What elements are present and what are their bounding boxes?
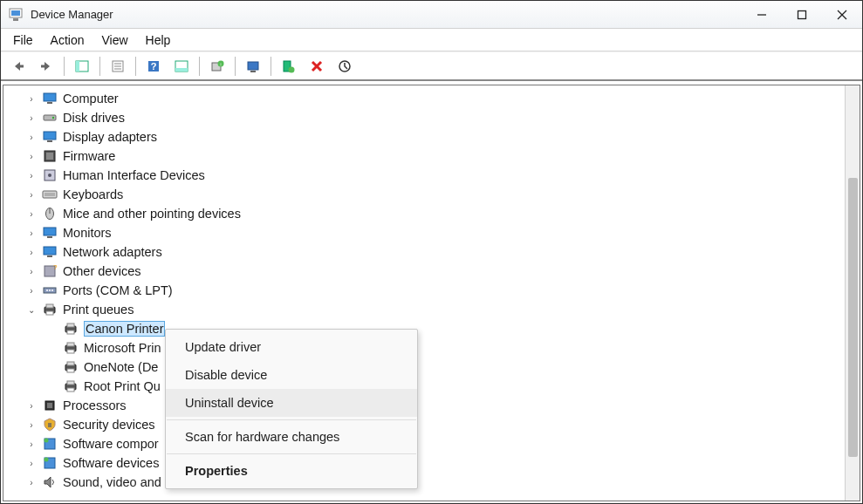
device-tree[interactable]: ›Computer›Disk drives›Display adapters›F… (3, 85, 845, 501)
svg-rect-7 (19, 65, 24, 67)
back-button[interactable] (8, 56, 29, 77)
cpu-icon (42, 398, 58, 413)
svg-rect-70 (47, 403, 52, 408)
svg-rect-68 (67, 388, 74, 392)
chevron-right-icon[interactable]: › (26, 285, 37, 296)
chip-icon (42, 148, 58, 164)
chevron-right-icon[interactable]: › (26, 189, 37, 200)
printer-icon (63, 321, 79, 337)
chevron-right-icon[interactable]: › (26, 170, 37, 180)
chevron-right-icon[interactable]: › (26, 477, 37, 487)
tree-label: Display adapters (63, 130, 157, 144)
tree-category[interactable]: ›Sound, video and game controllers (3, 473, 845, 492)
disable-button[interactable] (334, 56, 355, 77)
tree-category[interactable]: ›?Other devices (3, 262, 845, 281)
tree-label: Ports (COM & LPT) (63, 283, 173, 297)
chevron-right-icon[interactable]: › (26, 228, 37, 238)
tree-category[interactable]: ›Computer (3, 89, 845, 108)
tree-label: Disk drives (63, 111, 125, 125)
chevron-right-icon[interactable]: › (26, 151, 37, 161)
tree-category[interactable]: ⌄Print queues (3, 300, 845, 319)
monitor-icon (42, 129, 58, 145)
chevron-right-icon[interactable]: › (26, 419, 37, 430)
svg-rect-44 (44, 228, 56, 235)
tree-category[interactable]: ›Network adapters (3, 242, 845, 262)
software-icon (42, 455, 58, 471)
add-legacy-button[interactable] (278, 56, 299, 77)
maximize-button[interactable] (782, 1, 822, 29)
menu-file[interactable]: File (4, 31, 42, 49)
chevron-right-icon[interactable]: › (26, 112, 37, 123)
svg-rect-47 (47, 255, 52, 257)
refresh-view-button[interactable] (171, 56, 192, 77)
tree-category[interactable]: ›Keyboards (3, 185, 845, 204)
printer-icon (42, 302, 58, 317)
close-button[interactable] (822, 1, 862, 29)
tree-label: Security devices (63, 418, 155, 432)
svg-rect-22 (248, 62, 258, 70)
minimize-button[interactable] (742, 1, 782, 29)
svg-rect-71 (48, 423, 51, 427)
menu-view[interactable]: View (92, 31, 136, 49)
other-icon: ? (42, 263, 58, 279)
forward-button[interactable] (36, 56, 57, 77)
update-driver-button[interactable]: ↑ (207, 56, 228, 77)
tree-category[interactable]: ›Display adapters (3, 127, 845, 146)
tree-label: Firmware (63, 149, 115, 163)
chevron-right-icon[interactable]: › (26, 208, 37, 219)
svg-point-53 (51, 289, 53, 291)
software-icon (42, 436, 58, 452)
tree-category[interactable]: ›Firmware (3, 146, 845, 166)
monitor-icon (42, 91, 58, 106)
svg-point-73 (45, 439, 49, 443)
tree-category[interactable]: ›Ports (COM & LPT) (3, 281, 845, 300)
tree-category[interactable]: ›Mice and other pointing devices (3, 204, 845, 223)
tree-item[interactable]: Microsoft Prin (3, 338, 845, 358)
chevron-right-icon[interactable]: › (26, 132, 37, 142)
disk-icon (42, 110, 58, 126)
scrollbar-thumb[interactable] (848, 178, 858, 457)
toolbar-separator (199, 57, 200, 76)
show-hide-tree-button[interactable] (72, 56, 92, 77)
chevron-right-icon[interactable]: › (26, 458, 37, 468)
chevron-down-icon[interactable]: ⌄ (26, 304, 37, 315)
tree-label: Processors (63, 398, 127, 412)
tree-label: Monitors (63, 226, 112, 240)
tree-category[interactable]: ›Software compor (3, 434, 845, 453)
svg-rect-29 (44, 93, 56, 101)
scan-hardware-button[interactable] (243, 56, 264, 77)
tree-category[interactable]: ›Software devices (3, 453, 845, 473)
svg-point-38 (48, 174, 51, 177)
svg-rect-65 (67, 369, 74, 372)
tree-category[interactable]: ›Disk drives (3, 108, 845, 127)
context-menu-item[interactable]: Update driver (166, 333, 417, 361)
tree-category[interactable]: ›Human Interface Devices (3, 166, 845, 185)
help-button[interactable]: ? (143, 56, 164, 77)
security-icon (42, 417, 58, 432)
tree-category[interactable]: ›Processors (3, 396, 845, 415)
context-menu-separator (167, 453, 416, 454)
tree-category[interactable]: ›Monitors (3, 223, 845, 242)
tree-category[interactable]: ›Security devices (3, 415, 845, 434)
tree-item[interactable]: Root Print Qu (3, 377, 845, 396)
context-menu-item[interactable]: Uninstall device (166, 389, 417, 417)
context-menu-item[interactable]: Disable device (166, 361, 417, 389)
svg-rect-67 (67, 381, 74, 385)
context-menu-item[interactable]: Scan for hardware changes (166, 423, 417, 451)
tree-item[interactable]: Canon Printer (3, 319, 845, 338)
chevron-right-icon[interactable]: › (26, 439, 37, 449)
properties-button[interactable] (107, 56, 128, 77)
menu-help[interactable]: Help (137, 31, 180, 49)
context-menu-item[interactable]: Properties (166, 457, 417, 485)
chevron-right-icon[interactable]: › (26, 247, 37, 257)
tree-item[interactable]: OneNote (De (3, 358, 845, 377)
chevron-right-icon[interactable]: › (26, 93, 37, 104)
chevron-right-icon[interactable]: › (26, 400, 37, 411)
chevron-right-icon[interactable]: › (26, 266, 37, 276)
menu-action[interactable]: Action (42, 31, 93, 49)
svg-rect-8 (41, 65, 45, 67)
svg-point-25 (289, 66, 295, 72)
toolbar-separator (99, 57, 100, 76)
svg-rect-1 (11, 10, 20, 16)
uninstall-button[interactable] (306, 56, 327, 77)
